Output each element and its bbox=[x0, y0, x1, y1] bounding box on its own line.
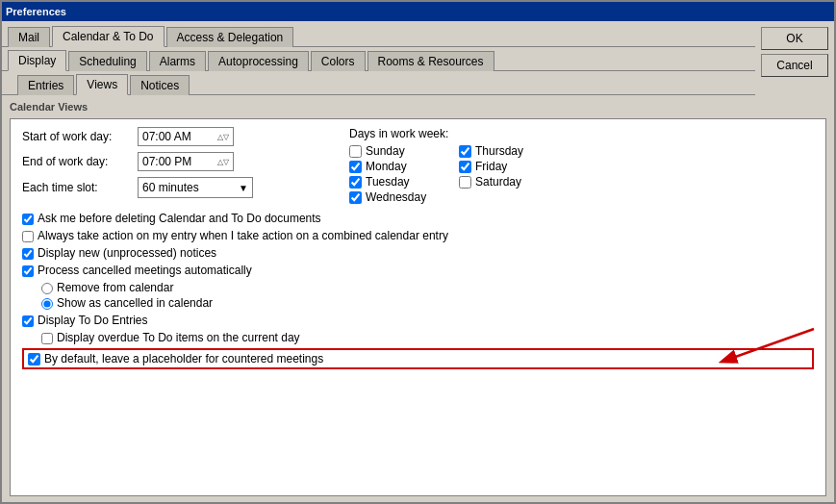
label-overdue: Display overdue To Do items on the curre… bbox=[57, 331, 300, 344]
tab-colors[interactable]: Colors bbox=[311, 51, 366, 71]
tab-access[interactable]: Access & Delegation bbox=[166, 27, 294, 47]
check-notices: Display new (unprocessed) notices bbox=[22, 246, 814, 260]
end-spin[interactable]: △▽ bbox=[217, 158, 229, 166]
end-input[interactable]: 07:00 PM △▽ bbox=[138, 152, 234, 171]
cb-notices[interactable] bbox=[22, 248, 34, 260]
cb-todo[interactable] bbox=[22, 315, 34, 327]
label-ask: Ask me before deleting Calendar and To D… bbox=[38, 212, 321, 225]
label-placeholder: By default, leave a placeholder for coun… bbox=[44, 352, 323, 365]
arrow-svg bbox=[708, 319, 823, 367]
label-always: Always take action on my entry when I ta… bbox=[38, 229, 448, 242]
checkbox-monday[interactable] bbox=[349, 161, 362, 173]
day-wednesday: Wednesday bbox=[349, 190, 455, 204]
checkbox-thursday[interactable] bbox=[459, 145, 471, 158]
checkbox-friday[interactable] bbox=[459, 161, 471, 173]
check-todo: Display To Do Entries bbox=[22, 314, 814, 327]
dialog: Preferences Mail Calendar & To Do Access… bbox=[0, 0, 836, 504]
label-monday: Monday bbox=[366, 160, 407, 173]
start-label: Start of work day: bbox=[22, 130, 138, 143]
highlighted-row: By default, leave a placeholder for coun… bbox=[22, 348, 814, 369]
cb-cancelled[interactable] bbox=[22, 265, 34, 277]
tab-bar-level2: Display Scheduling Alarms Autoprocessing… bbox=[2, 47, 755, 71]
cb-overdue[interactable] bbox=[41, 333, 53, 344]
start-value: 07:00 AM bbox=[142, 130, 217, 143]
label-saturday: Saturday bbox=[475, 175, 521, 189]
check-always: Always take action on my entry when I ta… bbox=[22, 229, 814, 242]
checkbox-sunday[interactable] bbox=[349, 145, 362, 158]
check-cancelled: Process cancelled meetings automatically bbox=[22, 264, 814, 277]
start-row: Start of work day: 07:00 AM △▽ bbox=[22, 127, 330, 146]
cb-ask[interactable] bbox=[22, 214, 34, 225]
select-arrow-icon: ▼ bbox=[239, 183, 248, 193]
label-show: Show as cancelled in calendar bbox=[57, 296, 213, 310]
slot-label: Each time slot: bbox=[22, 181, 138, 194]
sub-options-cancelled: Remove from calendar Show as cancelled i… bbox=[41, 281, 814, 310]
days-grid: Sunday Thursday Monday bbox=[349, 144, 565, 204]
label-tuesday: Tuesday bbox=[366, 175, 410, 189]
start-spin[interactable]: △▽ bbox=[217, 133, 229, 141]
label-wednesday: Wednesday bbox=[366, 190, 426, 204]
title-bar: Preferences bbox=[2, 2, 834, 21]
tab-bar-level3: Entries Views Notices bbox=[2, 71, 755, 95]
checkbox-area: Ask me before deleting Calendar and To D… bbox=[22, 212, 814, 369]
inner-box: Start of work day: 07:00 AM △▽ End of wo… bbox=[10, 118, 826, 496]
arrow-annotation bbox=[708, 319, 823, 370]
dialog-title: Preferences bbox=[6, 6, 66, 17]
checkbox-saturday[interactable] bbox=[459, 176, 471, 189]
days-section: Days in work week: Sunday Thursday bbox=[349, 127, 565, 204]
label-remove: Remove from calendar bbox=[57, 281, 173, 294]
end-row: End of work day: 07:00 PM △▽ bbox=[22, 152, 330, 171]
tab-calendar[interactable]: Calendar & To Do bbox=[52, 26, 165, 47]
day-saturday: Saturday bbox=[459, 175, 565, 189]
day-monday: Monday bbox=[349, 160, 455, 173]
slot-value: 60 minutes bbox=[142, 181, 199, 194]
checkbox-wednesday[interactable] bbox=[349, 191, 362, 204]
radio-remove-input[interactable] bbox=[41, 283, 53, 294]
day-thursday: Thursday bbox=[459, 144, 565, 158]
tab-scheduling[interactable]: Scheduling bbox=[68, 51, 146, 71]
days-title: Days in work week: bbox=[349, 127, 565, 140]
check-ask: Ask me before deleting Calendar and To D… bbox=[22, 212, 814, 225]
day-tuesday: Tuesday bbox=[349, 175, 455, 189]
end-value: 07:00 PM bbox=[142, 155, 217, 168]
radio-show: Show as cancelled in calendar bbox=[41, 296, 814, 310]
slot-row: Each time slot: 60 minutes ▼ bbox=[22, 177, 330, 198]
label-sunday: Sunday bbox=[366, 144, 405, 158]
tab-notices[interactable]: Notices bbox=[130, 75, 190, 95]
label-notices: Display new (unprocessed) notices bbox=[38, 246, 216, 260]
label-cancelled: Process cancelled meetings automatically bbox=[38, 264, 252, 277]
cancel-button[interactable]: Cancel bbox=[761, 54, 828, 77]
tab-alarms[interactable]: Alarms bbox=[149, 51, 206, 71]
tab-mail[interactable]: Mail bbox=[8, 27, 50, 47]
tab-views[interactable]: Views bbox=[76, 74, 128, 95]
ok-button[interactable]: OK bbox=[761, 27, 828, 50]
day-friday: Friday bbox=[459, 160, 565, 173]
sub-options-todo: Display overdue To Do items on the curre… bbox=[41, 331, 814, 344]
radio-show-input[interactable] bbox=[41, 298, 53, 310]
start-input[interactable]: 07:00 AM △▽ bbox=[138, 127, 234, 146]
svg-line-1 bbox=[727, 329, 814, 360]
label-friday: Friday bbox=[475, 160, 507, 173]
tab-autoprocessing[interactable]: Autoprocessing bbox=[208, 51, 309, 71]
radio-remove: Remove from calendar bbox=[41, 281, 814, 294]
label-todo: Display To Do Entries bbox=[38, 314, 148, 327]
end-label: End of work day: bbox=[22, 155, 138, 168]
slot-select[interactable]: 60 minutes ▼ bbox=[138, 177, 253, 198]
tab-rooms[interactable]: Rooms & Resources bbox=[367, 51, 494, 71]
cb-always[interactable] bbox=[22, 231, 34, 242]
day-sunday: Sunday bbox=[349, 144, 455, 158]
tab-entries[interactable]: Entries bbox=[17, 75, 74, 95]
tab-display[interactable]: Display bbox=[8, 50, 66, 71]
section-title: Calendar Views bbox=[10, 101, 826, 113]
tab-bar-level1: Mail Calendar & To Do Access & Delegatio… bbox=[2, 21, 755, 47]
cb-placeholder[interactable] bbox=[28, 353, 40, 365]
checkbox-tuesday[interactable] bbox=[349, 176, 362, 189]
label-thursday: Thursday bbox=[475, 144, 523, 158]
check-overdue: Display overdue To Do items on the curre… bbox=[41, 331, 814, 344]
